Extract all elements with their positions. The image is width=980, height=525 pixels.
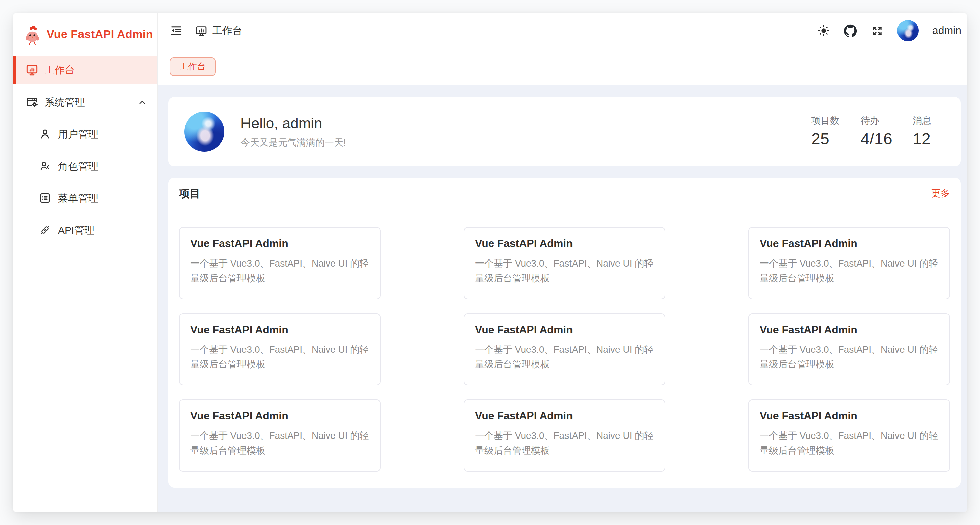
greeting-subtitle: 今天又是元气满满的一天!	[240, 137, 346, 149]
welcome-avatar	[185, 111, 224, 152]
stat-projects: 项目数 25	[811, 115, 841, 148]
user-icon	[39, 127, 52, 141]
project-card-description: 一个基于 Vue3.0、FastAPI、Naive UI 的轻量级后台管理模板	[760, 342, 939, 371]
header-actions: admin	[817, 20, 961, 41]
sidebar-item-workbench[interactable]: 工作台	[13, 56, 157, 84]
sidebar-menu: 工作台 系统管理	[13, 56, 157, 245]
stat-label: 项目数	[811, 115, 841, 127]
project-card-description: 一个基于 Vue3.0、FastAPI、Naive UI 的轻量级后台管理模板	[760, 428, 939, 458]
greeting-text: Hello, admin	[240, 115, 346, 132]
sidebar-item-api[interactable]: API管理	[13, 216, 157, 245]
tagbar: 工作台	[158, 48, 967, 86]
role-user-chevron-icon	[39, 160, 52, 173]
project-card[interactable]: Vue FastAPI Admin 一个基于 Vue3.0、FastAPI、Na…	[179, 227, 381, 299]
chicken-logo-icon	[23, 25, 41, 45]
sidebar: Vue FastAPI Admin 工作台	[13, 13, 158, 512]
app-logo-text: Vue FastAPI Admin	[47, 28, 153, 41]
project-card-description: 一个基于 Vue3.0、FastAPI、Naive UI 的轻量级后台管理模板	[475, 256, 654, 285]
project-card-title: Vue FastAPI Admin	[760, 324, 939, 336]
chevron-up-icon	[137, 97, 148, 108]
stat-value: 12	[913, 130, 942, 148]
breadcrumb-label: 工作台	[212, 24, 242, 37]
projects-header: 项目 更多	[169, 178, 961, 210]
project-card[interactable]: Vue FastAPI Admin 一个基于 Vue3.0、FastAPI、Na…	[748, 399, 950, 472]
project-card[interactable]: Vue FastAPI Admin 一个基于 Vue3.0、FastAPI、Na…	[179, 313, 381, 385]
project-card-title: Vue FastAPI Admin	[190, 410, 369, 422]
sidebar-item-label: API管理	[58, 224, 94, 237]
stat-value: 25	[811, 130, 841, 148]
github-icon[interactable]	[844, 24, 858, 37]
project-card-description: 一个基于 Vue3.0、FastAPI、Naive UI 的轻量级后台管理模板	[190, 342, 369, 371]
api-plug-icon	[39, 224, 52, 237]
project-card-title: Vue FastAPI Admin	[190, 324, 369, 336]
breadcrumb[interactable]: 工作台	[195, 24, 242, 37]
project-card-description: 一个基于 Vue3.0、FastAPI、Naive UI 的轻量级后台管理模板	[190, 428, 369, 458]
username-label[interactable]: admin	[932, 25, 961, 37]
menu-list-icon	[39, 192, 52, 205]
project-card[interactable]: Vue FastAPI Admin 一个基于 Vue3.0、FastAPI、Na…	[179, 399, 381, 472]
welcome-card: Hello, admin 今天又是元气满满的一天! 项目数 25 待办 4/16	[169, 97, 961, 166]
menu-fold-icon[interactable]	[170, 24, 183, 37]
stat-messages: 消息 12	[913, 115, 942, 148]
sidebar-item-system[interactable]: 系统管理	[13, 88, 157, 116]
project-card-title: Vue FastAPI Admin	[475, 324, 654, 336]
project-card[interactable]: Vue FastAPI Admin 一个基于 Vue3.0、FastAPI、Na…	[464, 227, 665, 299]
app-logo[interactable]: Vue FastAPI Admin	[13, 13, 157, 56]
fullscreen-icon[interactable]	[871, 24, 884, 37]
project-card-title: Vue FastAPI Admin	[760, 410, 939, 422]
project-card-title: Vue FastAPI Admin	[760, 238, 939, 250]
sidebar-item-label: 系统管理	[45, 96, 85, 108]
sidebar-item-label: 工作台	[45, 64, 75, 76]
app-window: Vue FastAPI Admin 工作台	[13, 13, 967, 512]
sidebar-item-menus[interactable]: 菜单管理	[13, 185, 157, 212]
stat-label: 待办	[861, 115, 892, 127]
project-grid: Vue FastAPI Admin 一个基于 Vue3.0、FastAPI、Na…	[169, 210, 961, 488]
user-avatar[interactable]	[897, 20, 919, 41]
stat-label: 消息	[913, 115, 942, 127]
stat-todos: 待办 4/16	[861, 115, 892, 148]
project-card[interactable]: Vue FastAPI Admin 一个基于 Vue3.0、FastAPI、Na…	[464, 399, 665, 472]
route-tag-workbench[interactable]: 工作台	[170, 57, 216, 76]
project-card-title: Vue FastAPI Admin	[475, 410, 654, 422]
sidebar-item-label: 用户管理	[58, 128, 98, 141]
welcome-texts: Hello, admin 今天又是元气满满的一天!	[240, 115, 346, 149]
sidebar-item-label: 角色管理	[58, 160, 98, 173]
project-card-title: Vue FastAPI Admin	[190, 238, 369, 250]
theme-sun-icon[interactable]	[817, 24, 831, 37]
sidebar-item-label: 菜单管理	[58, 192, 98, 205]
project-card-description: 一个基于 Vue3.0、FastAPI、Naive UI 的轻量级后台管理模板	[760, 256, 939, 285]
project-card-description: 一个基于 Vue3.0、FastAPI、Naive UI 的轻量级后台管理模板	[475, 342, 654, 371]
projects-section: 项目 更多 Vue FastAPI Admin 一个基于 Vue3.0、Fast…	[169, 178, 961, 488]
project-card-description: 一个基于 Vue3.0、FastAPI、Naive UI 的轻量级后台管理模板	[190, 256, 369, 285]
project-card[interactable]: Vue FastAPI Admin 一个基于 Vue3.0、FastAPI、Na…	[748, 313, 950, 385]
more-link[interactable]: 更多	[931, 188, 950, 200]
stat-value: 4/16	[861, 130, 892, 148]
project-card-title: Vue FastAPI Admin	[475, 238, 654, 250]
workbench-monitor-icon	[25, 64, 39, 77]
sidebar-item-roles[interactable]: 角色管理	[13, 152, 157, 180]
main-area: 工作台	[158, 13, 967, 512]
project-card[interactable]: Vue FastAPI Admin 一个基于 Vue3.0、FastAPI、Na…	[748, 227, 950, 299]
projects-title: 项目	[179, 187, 200, 201]
sidebar-item-users[interactable]: 用户管理	[13, 120, 157, 148]
system-settings-icon	[25, 95, 39, 109]
stats-group: 项目数 25 待办 4/16 消息 12	[811, 115, 942, 148]
project-card[interactable]: Vue FastAPI Admin 一个基于 Vue3.0、FastAPI、Na…	[464, 313, 665, 385]
top-header: 工作台	[158, 13, 967, 48]
workbench-monitor-icon	[195, 24, 208, 37]
content-area: Hello, admin 今天又是元气满满的一天! 项目数 25 待办 4/16	[158, 86, 967, 512]
project-card-description: 一个基于 Vue3.0、FastAPI、Naive UI 的轻量级后台管理模板	[475, 428, 654, 458]
app-root: Vue FastAPI Admin 工作台	[0, 0, 980, 525]
